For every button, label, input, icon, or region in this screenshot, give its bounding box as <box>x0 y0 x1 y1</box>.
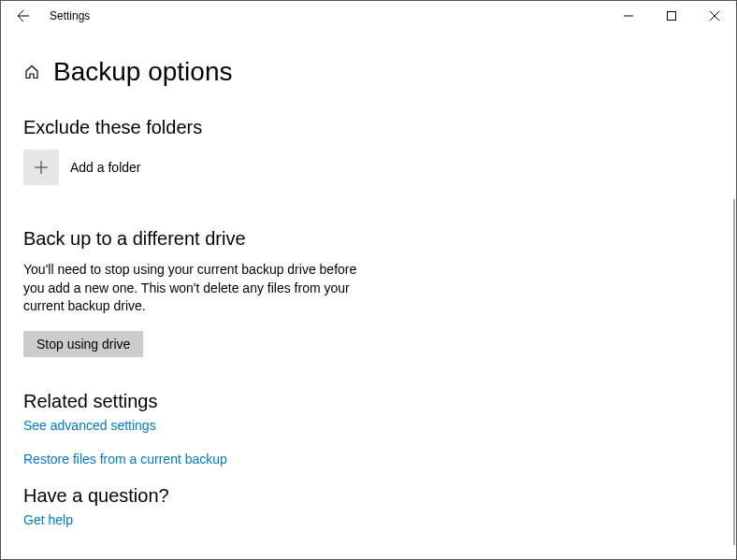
drive-description: You'll need to stop using your current b… <box>23 261 379 316</box>
close-button[interactable] <box>693 1 736 31</box>
content-area: Backup options Exclude these folders Add… <box>1 31 736 527</box>
scrollbar-thumb[interactable] <box>733 199 735 545</box>
page-header: Backup options <box>23 57 714 87</box>
scrollbar[interactable] <box>731 31 735 558</box>
question-heading: Have a question? <box>23 485 714 507</box>
question-section: Have a question? Get help <box>23 485 714 527</box>
minimize-icon <box>624 11 633 21</box>
maximize-icon <box>667 11 676 21</box>
drive-heading: Back up to a different drive <box>23 228 714 250</box>
stop-using-drive-button[interactable]: Stop using drive <box>23 331 143 357</box>
different-drive-section: Back up to a different drive You'll need… <box>23 228 714 391</box>
plus-icon <box>32 158 51 177</box>
exclude-folders-section: Exclude these folders Add a folder <box>23 117 714 185</box>
related-settings-section: Related settings See advanced settings R… <box>23 391 714 467</box>
add-folder-label: Add a folder <box>70 160 141 175</box>
close-icon <box>710 11 719 21</box>
add-folder-tile[interactable] <box>23 150 59 185</box>
home-icon[interactable] <box>23 64 40 80</box>
minimize-button[interactable] <box>607 1 650 31</box>
back-arrow-icon <box>16 8 31 23</box>
add-folder-row[interactable]: Add a folder <box>23 150 714 185</box>
exclude-heading: Exclude these folders <box>23 117 714 138</box>
restore-files-link[interactable]: Restore files from a current backup <box>23 452 714 467</box>
svg-rect-1 <box>668 12 676 21</box>
window-title: Settings <box>50 9 90 22</box>
advanced-settings-link[interactable]: See advanced settings <box>23 418 714 433</box>
titlebar: Settings <box>1 1 736 31</box>
get-help-link[interactable]: Get help <box>23 512 714 527</box>
window-controls <box>607 1 736 31</box>
related-heading: Related settings <box>23 391 714 412</box>
page-title: Backup options <box>53 57 232 87</box>
back-button[interactable] <box>8 1 38 31</box>
maximize-button[interactable] <box>650 1 693 31</box>
